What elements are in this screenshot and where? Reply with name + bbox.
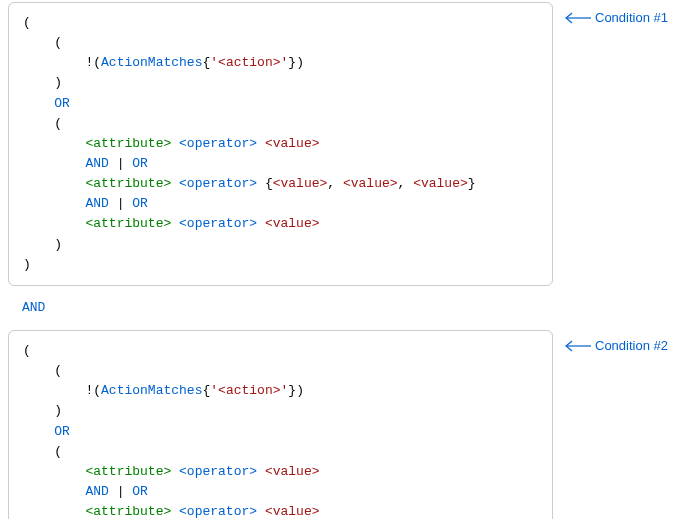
- paren-close: ): [23, 257, 31, 272]
- value-placeholder: <value>: [273, 176, 328, 191]
- comma: ,: [398, 176, 414, 191]
- actionmatches-token: ActionMatches: [101, 55, 202, 70]
- value-placeholder: <value>: [413, 176, 468, 191]
- actionmatches-token: ActionMatches: [101, 383, 202, 398]
- operator-placeholder: <operator>: [179, 464, 257, 479]
- and-keyword: AND: [85, 484, 108, 499]
- action-placeholder: <action>: [218, 383, 280, 398]
- brace-close: }: [288, 383, 296, 398]
- attribute-placeholder: <attribute>: [85, 464, 171, 479]
- value-placeholder: <value>: [265, 504, 320, 519]
- paren-close: ): [296, 55, 304, 70]
- operator-placeholder: <operator>: [179, 136, 257, 151]
- attribute-placeholder: <attribute>: [85, 136, 171, 151]
- value-placeholder: <value>: [265, 136, 320, 151]
- condition-1-row: ( ( !(ActionMatches{'<action>'}) ) OR ( …: [8, 2, 676, 286]
- attribute-placeholder: <attribute>: [85, 176, 171, 191]
- brace-close: }: [288, 55, 296, 70]
- or-keyword: OR: [54, 424, 70, 439]
- paren-open: (: [54, 116, 62, 131]
- brace-open: {: [265, 176, 273, 191]
- value-placeholder: <value>: [265, 216, 320, 231]
- bang-open: !(: [85, 383, 101, 398]
- or-keyword: OR: [132, 196, 148, 211]
- or-keyword: OR: [54, 96, 70, 111]
- between-and: AND: [8, 286, 676, 330]
- bang-open: !(: [85, 55, 101, 70]
- paren-open: (: [54, 444, 62, 459]
- condition-1-annotation: Condition #1: [563, 8, 668, 28]
- action-placeholder: <action>: [218, 55, 280, 70]
- paren-close: ): [54, 237, 62, 252]
- and-keyword: AND: [85, 196, 108, 211]
- or-keyword: OR: [132, 484, 148, 499]
- condition-1-label: Condition #1: [595, 8, 668, 28]
- condition-1-code: ( ( !(ActionMatches{'<action>'}) ) OR ( …: [8, 2, 553, 286]
- arrow-left-icon: [563, 12, 591, 24]
- arrow-left-icon: [563, 340, 591, 352]
- condition-2-code: ( ( !(ActionMatches{'<action>'}) ) OR ( …: [8, 330, 553, 519]
- condition-2-label: Condition #2: [595, 336, 668, 356]
- attribute-placeholder: <attribute>: [85, 504, 171, 519]
- condition-2-row: ( ( !(ActionMatches{'<action>'}) ) OR ( …: [8, 330, 676, 519]
- paren-close: ): [54, 403, 62, 418]
- pipe-separator: |: [109, 196, 132, 211]
- operator-placeholder: <operator>: [179, 216, 257, 231]
- attribute-placeholder: <attribute>: [85, 216, 171, 231]
- paren-open: (: [54, 363, 62, 378]
- brace-close: }: [468, 176, 476, 191]
- and-keyword: AND: [85, 156, 108, 171]
- quote: ': [210, 55, 218, 70]
- paren-open: (: [23, 15, 31, 30]
- pipe-separator: |: [109, 156, 132, 171]
- paren-close: ): [54, 75, 62, 90]
- operator-placeholder: <operator>: [179, 176, 257, 191]
- operator-placeholder: <operator>: [179, 504, 257, 519]
- or-keyword: OR: [132, 156, 148, 171]
- value-placeholder: <value>: [343, 176, 398, 191]
- quote: ': [210, 383, 218, 398]
- paren-open: (: [23, 343, 31, 358]
- paren-open: (: [54, 35, 62, 50]
- comma: ,: [327, 176, 343, 191]
- condition-2-annotation: Condition #2: [563, 336, 668, 356]
- pipe-separator: |: [109, 484, 132, 499]
- value-placeholder: <value>: [265, 464, 320, 479]
- paren-close: ): [296, 383, 304, 398]
